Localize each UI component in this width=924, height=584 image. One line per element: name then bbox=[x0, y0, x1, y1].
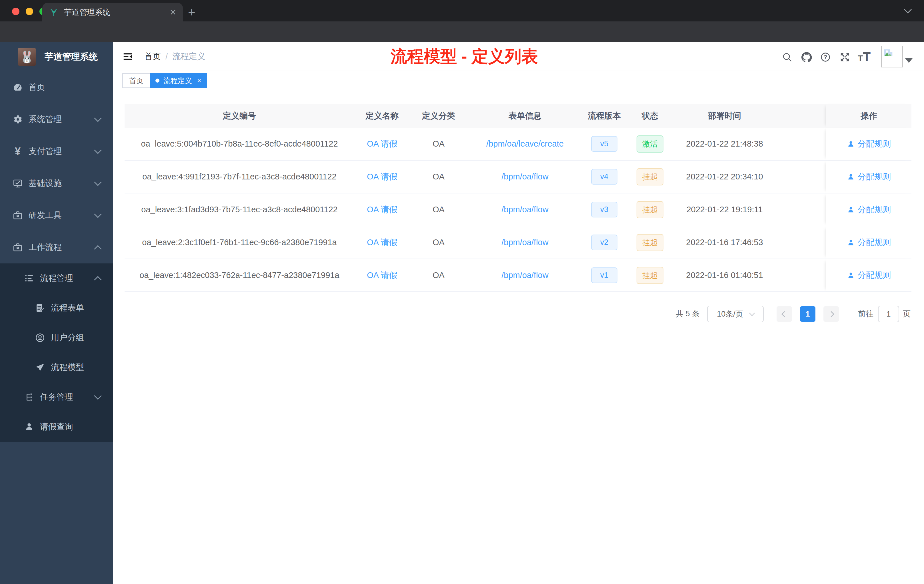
definition-name-link[interactable]: OA 请假 bbox=[367, 237, 397, 248]
form-link[interactable]: /bpm/oa/flow bbox=[502, 271, 548, 280]
goto-label: 前往 bbox=[858, 308, 873, 319]
sidebar-item-user-group[interactable]: 用户分组 bbox=[0, 323, 113, 353]
assign-rule-link[interactable]: 分配规则 bbox=[847, 270, 891, 281]
assign-rule-link[interactable]: 分配规则 bbox=[847, 237, 891, 248]
tab-close-icon[interactable]: × bbox=[170, 7, 176, 17]
active-dot bbox=[155, 79, 159, 82]
definition-id: oa_leave:5:004b710b-7b8a-11ec-8ef0-acde4… bbox=[125, 128, 354, 160]
assign-rule-link[interactable]: 分配规则 bbox=[847, 171, 891, 183]
deploy-time: 2022-01-22 21:48:38 bbox=[674, 128, 775, 160]
avatar-caret-icon[interactable] bbox=[905, 58, 912, 63]
total-count: 共 5 条 bbox=[676, 308, 700, 319]
user-icon bbox=[847, 206, 855, 214]
form-link[interactable]: /bpm/oa/flow bbox=[502, 172, 548, 181]
form-link[interactable]: /bpm/oa/flow bbox=[502, 205, 548, 214]
goto-page-input[interactable] bbox=[878, 306, 899, 322]
sidebar-item-workflow[interactable]: 工作流程 bbox=[0, 231, 113, 264]
current-page-button[interactable]: 1 bbox=[800, 306, 815, 322]
assign-rule-link[interactable]: 分配规则 bbox=[847, 138, 891, 150]
table-row: oa_leave:2:3c1f0ef1-76b1-11ec-9c66-a2380… bbox=[125, 226, 911, 259]
definition-name-link[interactable]: OA 请假 bbox=[367, 171, 397, 183]
sidebar-item-devtools[interactable]: 研发工具 bbox=[0, 200, 113, 231]
help-question-icon[interactable] bbox=[820, 52, 831, 63]
goto-unit-label: 页 bbox=[903, 308, 911, 319]
sidebar-item-process-model[interactable]: 流程模型 bbox=[0, 353, 113, 382]
list-icon bbox=[24, 273, 34, 284]
form-link[interactable]: /bpm/oa/flow bbox=[502, 238, 548, 247]
fullscreen-icon[interactable] bbox=[840, 52, 850, 63]
form-icon bbox=[35, 303, 45, 313]
dashboard-icon bbox=[13, 82, 23, 92]
definition-id: oa_leave:2:3c1f0ef1-76b1-11ec-9c66-a2380… bbox=[125, 226, 354, 259]
table-row: oa_leave:3:1fad3d93-7b75-11ec-a3c8-acde4… bbox=[125, 193, 911, 226]
window-minimize-button[interactable] bbox=[26, 8, 33, 15]
table-header-row: 定义编号 定义名称 定义分类 表单信息 流程版本 状态 部署时间 操作 bbox=[125, 104, 911, 128]
favicon-leaf-icon bbox=[49, 8, 58, 17]
sidebar-item-leave-query[interactable]: 请假查询 bbox=[0, 412, 113, 442]
version-badge: v1 bbox=[591, 267, 617, 283]
status-badge: 挂起 bbox=[637, 201, 663, 218]
page-size-select[interactable]: 10条/页 bbox=[707, 306, 764, 322]
breadcrumb: 首页 / 流程定义 bbox=[144, 42, 205, 71]
font-size-icon[interactable]: TT bbox=[858, 50, 871, 64]
pagination: 共 5 条 10条/页 1 前往 页 bbox=[113, 306, 911, 322]
user-icon bbox=[24, 422, 34, 432]
briefcase-icon bbox=[13, 210, 23, 221]
status-badge: 挂起 bbox=[637, 168, 663, 185]
status-badge: 挂起 bbox=[637, 267, 663, 284]
github-icon[interactable] bbox=[801, 52, 812, 63]
browser-tab[interactable]: 芋道管理系统 × bbox=[42, 3, 183, 21]
sidebar-item-payment[interactable]: ¥ 支付管理 bbox=[0, 135, 113, 167]
definition-id: oa_leave:1:482ec033-762a-11ec-8477-a2380… bbox=[125, 259, 354, 292]
logo-avatar: 🐰 bbox=[18, 48, 36, 66]
next-page-button[interactable] bbox=[823, 306, 839, 322]
definition-name-link[interactable]: OA 请假 bbox=[367, 270, 397, 281]
user-icon bbox=[847, 239, 855, 247]
version-badge: v4 bbox=[591, 169, 617, 185]
sidebar-item-home[interactable]: 首页 bbox=[0, 71, 113, 104]
broken-image-icon bbox=[883, 48, 894, 59]
chevron-down-icon bbox=[94, 210, 102, 218]
tag-home[interactable]: 首页 bbox=[122, 73, 150, 88]
sidebar-logo[interactable]: 🐰 芋道管理系统 bbox=[0, 42, 113, 71]
avatar[interactable] bbox=[881, 46, 903, 68]
yen-icon: ¥ bbox=[13, 145, 23, 157]
flow-icon bbox=[24, 392, 34, 402]
breadcrumb-home[interactable]: 首页 bbox=[144, 51, 161, 62]
new-tab-button[interactable]: + bbox=[188, 5, 195, 20]
main-content: 定义编号 定义名称 定义分类 表单信息 流程版本 状态 部署时间 操作 oa_l… bbox=[113, 90, 924, 584]
tab-search-icon[interactable] bbox=[904, 6, 912, 13]
search-icon[interactable] bbox=[782, 52, 792, 63]
prev-page-button[interactable] bbox=[777, 306, 792, 322]
version-badge: v5 bbox=[591, 136, 617, 152]
chevron-down-icon bbox=[94, 392, 102, 400]
briefcase-icon bbox=[13, 242, 23, 252]
definition-category: OA bbox=[410, 193, 467, 226]
sidebar-item-process-form[interactable]: 流程表单 bbox=[0, 293, 113, 323]
sidebar-item-process-management[interactable]: 流程管理 bbox=[0, 264, 113, 293]
sidebar-item-system[interactable]: 系统管理 bbox=[0, 104, 113, 135]
table-row: oa_leave:4:991f2193-7b7f-11ec-a3c8-acde4… bbox=[125, 160, 911, 193]
chevron-up-icon bbox=[94, 245, 102, 253]
user-group-icon bbox=[35, 333, 45, 343]
definition-category: OA bbox=[410, 259, 467, 292]
user-icon bbox=[847, 140, 855, 148]
form-link[interactable]: /bpm/oa/leave/create bbox=[486, 139, 564, 148]
browser-toolbar: 不安全 dashboard.yudao.iocoder.cn/bpm/manag… bbox=[0, 21, 924, 43]
gear-icon bbox=[13, 114, 23, 125]
definition-name-link[interactable]: OA 请假 bbox=[367, 138, 397, 150]
logo-title: 芋道管理系统 bbox=[45, 51, 98, 63]
window-close-button[interactable] bbox=[12, 8, 20, 15]
definition-name-link[interactable]: OA 请假 bbox=[367, 204, 397, 215]
app-header: 首页 / 流程定义 流程模型 - 定义列表 TT bbox=[113, 42, 924, 71]
tag-close-icon[interactable]: × bbox=[197, 77, 201, 84]
tag-process-definition[interactable]: 流程定义 × bbox=[150, 73, 207, 88]
browser-tab-strip: 芋道管理系统 × + bbox=[0, 0, 924, 21]
sidebar-item-infrastructure[interactable]: 基础设施 bbox=[0, 167, 113, 200]
sidebar-item-task-management[interactable]: 任务管理 bbox=[0, 382, 113, 412]
sidebar-submenu-workflow: 流程管理 流程表单 用户分组 流程模型 任务管理 请假查询 bbox=[0, 264, 113, 442]
sidebar-collapse-icon[interactable] bbox=[122, 51, 133, 62]
sidebar: 🐰 芋道管理系统 首页 系统管理 ¥ 支付管理 基础设施 研发工具 工作流程 流… bbox=[0, 42, 113, 584]
assign-rule-link[interactable]: 分配规则 bbox=[847, 204, 891, 215]
deploy-time: 2022-01-16 17:46:53 bbox=[674, 226, 775, 259]
